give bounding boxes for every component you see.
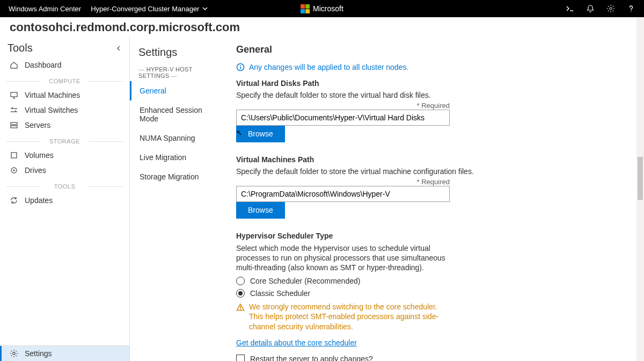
settings-title: Settings [130,44,226,64]
module-dropdown[interactable]: Hyper-Converged Cluster Manager [91,5,208,13]
checkbox-icon [236,355,245,361]
vertical-scrollbar[interactable] [636,17,644,361]
vm-browse-button[interactable]: Browse [236,201,285,219]
scheduler-title: Hypervisor Scheduler Type [236,232,631,240]
tools-panel: Tools Dashboard COMPUTE Virtual Machines… [0,37,130,361]
settings-side-nav: Settings HYPER-V HOST SETTINGS General E… [130,37,226,361]
vhd-path-section: Virtual Hard Disks Path ↖ Specify the de… [236,79,631,142]
nav-volumes[interactable]: Volumes [0,148,129,163]
microsoft-logo-icon [301,4,310,13]
bell-icon[interactable] [586,4,595,13]
settings-item-numa[interactable]: NUMA Spanning [130,128,226,148]
settings-item-esm[interactable]: Enhanced Session Mode [130,100,226,128]
warning-text: We strongly recommend switching to the c… [249,302,451,333]
info-text: Any changes will be applied to all clust… [249,63,408,71]
nav-group-tools: TOOLS [0,183,129,190]
nav-label: Virtual Switches [25,106,78,114]
settings-item-storagemigration[interactable]: Storage Migration [130,167,226,186]
nav-group-compute: COMPUTE [0,78,129,84]
checkbox-label: Restart the server to apply changes? [250,355,373,361]
scrollbar-thumb[interactable] [638,157,643,200]
warning-icon [236,303,245,312]
module-label: Hyper-Converged Cluster Manager [91,5,199,13]
help-icon[interactable] [627,4,635,13]
vhd-title: Virtual Hard Disks Path [236,79,631,88]
radio-classic-scheduler[interactable]: Classic Scheduler [236,289,631,298]
scheduler-section: Hypervisor Scheduler Type Select which m… [236,232,631,361]
settings-content: General Any changes will be applied to a… [226,37,644,361]
vm-required: * Required [236,178,450,186]
scheduler-warning: We strongly recommend switching to the c… [236,302,451,333]
settings-group-hyperv: HYPER-V HOST SETTINGS [130,64,226,81]
nav-settings[interactable]: Settings [0,346,129,361]
vm-path-section: Virtual Machines Path Specify the defaul… [236,155,631,219]
server-icon [10,121,18,129]
nav-label: Virtual Machines [25,91,80,99]
microsoft-label: Microsoft [313,4,343,13]
switch-icon [10,106,18,114]
vm-icon [10,91,18,99]
settings-item-livemigration[interactable]: Live Migration [130,148,226,167]
svg-point-5 [11,168,17,173]
scheduler-desc: Select which mode the Hypervisor uses to… [236,243,451,273]
cloudshell-icon[interactable] [566,4,574,13]
titlebar-center: Microsoft [301,4,343,13]
nav-servers[interactable]: Servers [0,118,129,133]
vm-title: Virtual Machines Path [236,155,631,164]
volume-icon [10,151,18,160]
nav-label: Settings [25,349,52,358]
tools-title: Tools [8,42,33,54]
collapse-icon[interactable] [115,45,122,52]
radio-label: Classic Scheduler [250,289,310,298]
settings-item-general[interactable]: General [130,81,226,100]
nav-label: Updates [25,196,53,205]
update-icon [10,196,18,205]
vhd-required: * Required [236,102,450,110]
info-banner: Any changes will be applied to all clust… [236,63,631,71]
home-icon [10,61,18,69]
nav-dashboard[interactable]: Dashboard [0,57,129,73]
radio-label: Core Scheduler (Recommended) [250,277,360,285]
restart-checkbox-row[interactable]: Restart the server to apply changes? [236,355,631,361]
svg-point-0 [610,8,612,10]
scheduler-details-link[interactable]: Get details about the core scheduler [236,338,357,347]
titlebar: Windows Admin Center Hyper-Converged Clu… [0,0,644,17]
nav-label: Drives [25,166,46,175]
svg-rect-3 [11,126,17,128]
nav-virtual-switches[interactable]: Virtual Switches [0,103,129,118]
svg-rect-1 [11,92,17,97]
vhd-desc: Specify the default folder to store the … [236,91,631,99]
nav-updates[interactable]: Updates [0,193,129,208]
svg-point-7 [13,352,15,355]
nav-group-storage: STORAGE [0,138,129,145]
gear-icon[interactable] [606,4,615,13]
host-header: contosohci.redmond.corp.microsoft.com [0,17,644,37]
page-title: General [236,44,631,55]
nav-label: Volumes [25,151,54,160]
info-icon [236,63,245,71]
svg-rect-2 [11,122,17,125]
nav-label: Dashboard [25,61,62,69]
vhd-browse-button[interactable]: Browse [236,125,285,142]
svg-rect-4 [11,153,17,158]
app-brand: Windows Admin Center [9,5,81,13]
vm-path-input[interactable] [236,186,450,202]
host-name: contosohci.redmond.corp.microsoft.com [10,20,634,34]
nav-drives[interactable]: Drives [0,163,129,178]
drive-icon [10,166,18,175]
nav-label: Servers [25,121,50,129]
radio-icon [236,289,245,298]
vm-desc: Specify the default folder to store the … [236,167,631,176]
gear-icon [10,349,18,358]
vhd-path-input[interactable] [236,110,450,126]
nav-virtual-machines[interactable]: Virtual Machines [0,88,129,103]
radio-icon [236,277,245,285]
chevron-down-icon [202,6,208,11]
svg-point-6 [13,170,14,171]
radio-core-scheduler[interactable]: Core Scheduler (Recommended) [236,277,631,285]
